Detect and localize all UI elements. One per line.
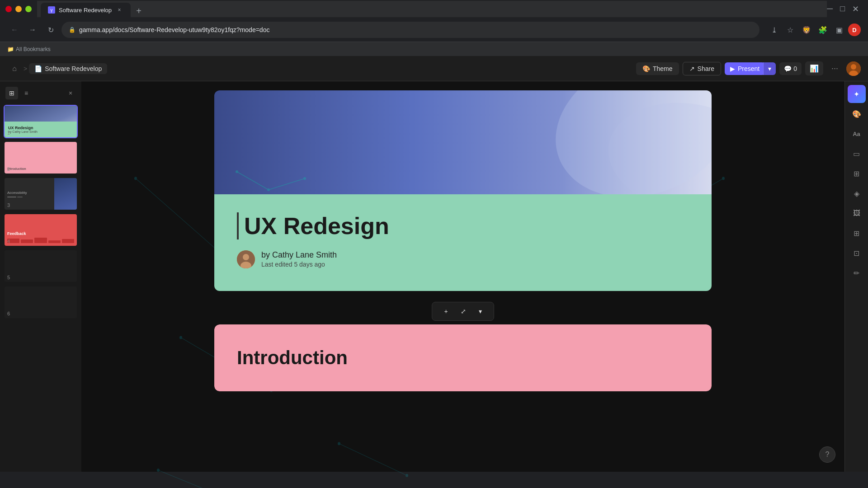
url-text: gamma.app/docs/Software-Redevelop-utuw9t… (79, 26, 752, 33)
embed-button[interactable]: ⊡ (848, 244, 866, 262)
back-button[interactable]: ← (7, 23, 22, 37)
address-bar: ← → ↻ 🔒 gamma.app/docs/Software-Redevelo… (0, 18, 868, 42)
card-button[interactable]: ▭ (848, 145, 866, 163)
svg-point-33 (303, 177, 306, 180)
extension-brave-button[interactable]: 🦁 (799, 23, 814, 37)
list-icon: ≡ (24, 89, 28, 97)
help-button[interactable]: ? (819, 446, 835, 463)
tab-bar: γ Software Redevelop × + (37, 1, 827, 17)
bookmark-button[interactable]: ☆ (783, 23, 797, 37)
more-options-button[interactable]: ··· (827, 61, 843, 76)
palette-icon: 🎨 (852, 110, 861, 118)
palette-button[interactable]: 🎨 (848, 105, 866, 123)
shapes-icon: ◈ (854, 189, 859, 198)
window-restore-icon[interactable]: □ (840, 4, 845, 14)
svg-point-19 (722, 177, 725, 180)
window-maximize-button[interactable]: + (25, 6, 32, 12)
move-icon: ⤢ (461, 308, 466, 315)
window-minimize-button[interactable]: − (15, 6, 22, 12)
author-avatar (237, 250, 255, 268)
plus-icon: + (444, 308, 448, 315)
forward-icon: → (29, 26, 36, 34)
slide-author-section: by Cathy Lane Smith Last edited 5 days a… (237, 250, 689, 268)
text-icon: Aa (853, 131, 860, 137)
tab-close-button[interactable]: × (115, 6, 123, 14)
slide-thumbnail-1[interactable]: UX Redesign by Cathy Lane Smith 1 (4, 105, 78, 138)
comments-button[interactable]: 💬 0 (779, 62, 802, 75)
draw-button[interactable]: ✏ (848, 264, 866, 282)
slide-intro-title: Introduction (237, 347, 689, 369)
forward-button[interactable]: → (25, 23, 40, 37)
svg-point-35 (243, 254, 249, 260)
back-icon: ← (11, 26, 18, 34)
download-button[interactable]: ⤓ (767, 23, 781, 37)
profile-button[interactable]: D (848, 23, 861, 36)
window-close-button[interactable]: × (5, 6, 12, 12)
url-bar[interactable]: 🔒 gamma.app/docs/Software-Redevelop-utuw… (61, 22, 760, 38)
chevron-down-icon: ▾ (479, 308, 482, 315)
panel-close-button[interactable]: × (65, 88, 76, 99)
user-avatar[interactable] (846, 61, 861, 76)
card-icon: ▭ (853, 150, 860, 158)
present-group: ▶ Present ▾ (725, 62, 776, 75)
window-close-icon[interactable]: ✕ (852, 4, 859, 14)
add-card-button[interactable]: + (439, 306, 452, 317)
present-dropdown-button[interactable]: ▾ (763, 62, 776, 75)
svg-line-29 (237, 172, 269, 190)
slide-number-6: 6 (7, 311, 10, 316)
main-layout: ⊞ ≡ × (0, 81, 868, 472)
title-bar: × − + γ Software Redevelop × + ─ □ ✕ (0, 0, 868, 18)
slide-number-4: 4 (7, 239, 10, 244)
slide-main-title: UX Redesign (237, 212, 689, 239)
extension-button[interactable]: 🧩 (816, 23, 830, 37)
grid-icon: ⊞ (9, 89, 14, 97)
sidebar-button[interactable]: ▣ (832, 23, 846, 37)
shapes-button[interactable]: ◈ (848, 184, 866, 202)
content-area[interactable]: ⋮ ↺ ▾ (81, 81, 844, 472)
insert-dropdown-button[interactable]: ▾ (474, 306, 486, 317)
browser-actions: ⤓ ☆ 🦁 🧩 ▣ D (767, 23, 861, 37)
slide-thumbnail-3[interactable]: Accessibility 3 (4, 177, 78, 211)
header-right: 🎨 Theme ↗ Share ▶ Present ▾ 💬 0 (636, 61, 861, 76)
svg-point-31 (236, 170, 238, 173)
new-tab-button[interactable]: + (132, 5, 145, 17)
list-view-button[interactable]: ≡ (20, 87, 33, 99)
text-button[interactable]: Aa (848, 125, 866, 143)
svg-line-20 (158, 470, 249, 472)
slide-thumbnail-4[interactable]: Feedback 4 (4, 213, 78, 247)
breadcrumb-item[interactable]: 📄 Software Redevelop (29, 63, 107, 74)
bookmarks-label[interactable]: All Bookmarks (16, 46, 51, 52)
move-button[interactable]: ⤢ (456, 306, 471, 317)
browser-chrome: × − + γ Software Redevelop × + ─ □ ✕ ← → (0, 0, 868, 56)
slide-thumbnail-6[interactable]: 6 (4, 286, 78, 319)
table-button[interactable]: ⊞ (848, 224, 866, 242)
reload-button[interactable]: ↻ (43, 23, 58, 37)
svg-line-23 (339, 444, 407, 472)
app-header: ⌂ > 📄 Software Redevelop 🎨 Theme ↗ Share… (0, 56, 868, 81)
theme-button[interactable]: 🎨 Theme (636, 62, 679, 75)
home-button[interactable]: ⌂ (7, 61, 22, 76)
ai-button[interactable]: ✦ (848, 85, 866, 103)
author-info: by Cathy Lane Smith Last edited 5 days a… (261, 250, 337, 268)
analytics-button[interactable]: 📊 (805, 61, 823, 75)
slide-number-5: 5 (7, 275, 10, 280)
slide-thumbnail-2[interactable]: Introduction 2 (4, 141, 78, 174)
window-minimize-icon[interactable]: ─ (827, 4, 833, 14)
share-icon: ↗ (689, 65, 695, 72)
reload-icon: ↻ (48, 26, 54, 34)
active-tab[interactable]: γ Software Redevelop × (41, 3, 131, 17)
share-button[interactable]: ↗ Share (683, 62, 721, 75)
present-button[interactable]: ▶ Present (725, 62, 765, 75)
svg-point-1 (851, 64, 856, 70)
image-button[interactable]: 🖼 (848, 204, 866, 222)
panel-header: ⊞ ≡ × (4, 85, 78, 101)
present-label: Present (738, 65, 760, 72)
slide-thumbnail-5[interactable]: 5 (4, 249, 78, 283)
slide-hero-bg (214, 90, 712, 194)
svg-point-24 (338, 442, 340, 445)
layout-button[interactable]: ⊞ (848, 164, 866, 183)
grid-view-button[interactable]: ⊞ (5, 87, 18, 99)
ai-icon: ✦ (854, 90, 859, 99)
app-content: ⌂ > 📄 Software Redevelop 🎨 Theme ↗ Share… (0, 56, 868, 472)
lock-icon: 🔒 (69, 27, 75, 33)
